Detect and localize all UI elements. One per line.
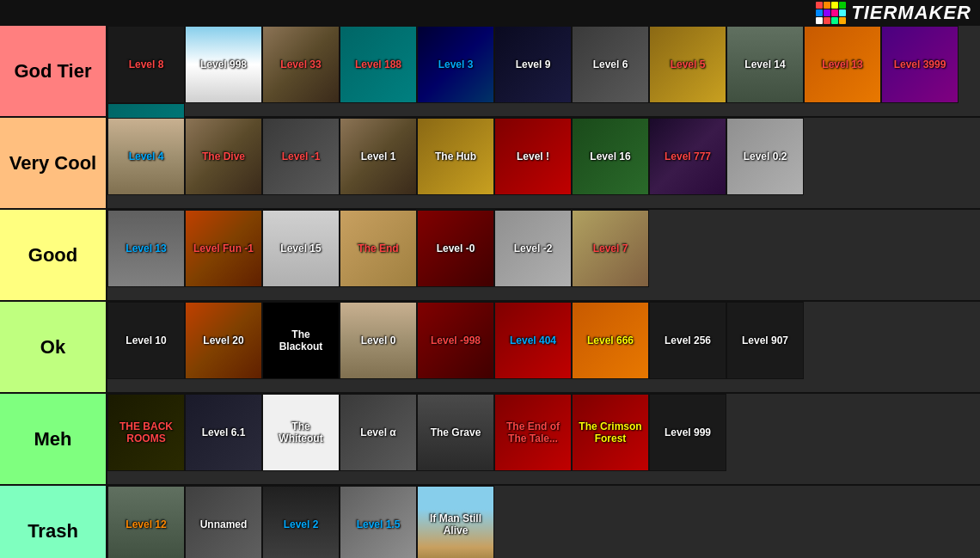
tier-row-good: GoodLevel 13Level Fun -1Level 15The EndL…: [0, 210, 980, 302]
list-item[interactable]: Level 8: [107, 26, 185, 103]
list-item[interactable]: Level 3: [417, 26, 494, 103]
list-item[interactable]: Level 1: [340, 118, 417, 195]
tier-row-god: God TierLevel 8Level 998Level 33Level 18…: [0, 26, 980, 118]
list-item[interactable]: Level 16: [572, 118, 649, 195]
list-item[interactable]: Level 13: [107, 210, 185, 287]
tier-items-trash: Level 12UnnamedLevel 2Level 1.5If Man St…: [107, 486, 980, 558]
list-item[interactable]: Level 404: [494, 302, 572, 379]
tier-row-cool: Very CoolLevel 4The DiveLevel -1Level 1T…: [0, 118, 980, 210]
header: TierMaker: [0, 0, 980, 26]
tier-row-trash: TrashLevel 12UnnamedLevel 2Level 1.5If M…: [0, 486, 980, 558]
list-item[interactable]: Level 188: [340, 26, 417, 103]
list-item[interactable]: Level -0: [417, 210, 494, 287]
list-item[interactable]: The Blackout: [262, 302, 340, 379]
tiers-area: God TierLevel 8Level 998Level 33Level 18…: [0, 26, 980, 558]
list-item[interactable]: Level 5: [649, 26, 726, 103]
tier-label-trash: Trash: [0, 486, 107, 558]
tier-items-meh: THE BACK ROOMSLevel 6.1The WhiteoutLevel…: [107, 394, 980, 484]
list-item[interactable]: Level 256: [649, 302, 726, 379]
list-item[interactable]: Level 14: [726, 26, 804, 103]
list-item[interactable]: Level 15: [262, 210, 340, 287]
list-item[interactable]: Level 9: [494, 26, 572, 103]
list-item[interactable]: Level Fun -1: [185, 210, 262, 287]
list-item[interactable]: Level -998: [417, 302, 494, 379]
list-item[interactable]: Level 998: [185, 26, 262, 103]
list-item[interactable]: Level 6.1: [185, 394, 262, 471]
list-item[interactable]: If Man Still Alive: [417, 486, 494, 558]
tier-label-cool: Very Cool: [0, 118, 107, 208]
list-item[interactable]: Level 777: [649, 118, 726, 195]
list-item[interactable]: Level 7: [572, 210, 649, 287]
tier-items-god: Level 8Level 998Level 33Level 188Level 3…: [107, 26, 980, 116]
list-item[interactable]: Level -1: [262, 118, 340, 195]
tier-row-meh: MehTHE BACK ROOMSLevel 6.1The WhiteoutLe…: [0, 394, 980, 486]
list-item[interactable]: The Grave: [417, 394, 494, 471]
list-item[interactable]: Level 1.5: [340, 486, 417, 558]
tier-row-ok: OkLevel 10Level 20The BlackoutLevel 0Lev…: [0, 302, 980, 394]
list-item[interactable]: The Crimson Forest: [572, 394, 649, 471]
tier-label-ok: Ok: [0, 302, 107, 392]
list-item[interactable]: Level !: [494, 118, 572, 195]
list-item[interactable]: Level 999: [649, 394, 726, 471]
list-item[interactable]: Level 6: [572, 26, 649, 103]
tiermaker-logo: TierMaker: [816, 2, 971, 24]
tier-label-meh: Meh: [0, 394, 107, 484]
list-item[interactable]: The End of The Tale...: [494, 394, 572, 471]
list-item[interactable]: Level 907: [726, 302, 804, 379]
list-item[interactable]: Level 666: [572, 302, 649, 379]
tier-items-ok: Level 10Level 20The BlackoutLevel 0Level…: [107, 302, 980, 392]
list-item[interactable]: The Hub: [417, 118, 494, 195]
list-item[interactable]: Level 20: [185, 302, 262, 379]
list-item[interactable]: Level 10: [107, 302, 185, 379]
list-item[interactable]: Level 4: [107, 118, 185, 195]
logo-text: TierMaker: [851, 2, 971, 24]
list-item[interactable]: Level 0.2: [726, 118, 804, 195]
list-item[interactable]: The Dive: [185, 118, 262, 195]
tier-items-good: Level 13Level Fun -1Level 15The EndLevel…: [107, 210, 980, 300]
list-item[interactable]: Level 3999: [881, 26, 959, 103]
list-item[interactable]: Unnamed: [185, 486, 262, 558]
list-item[interactable]: Level 33: [262, 26, 340, 103]
list-item[interactable]: Level α: [340, 394, 417, 471]
list-item[interactable]: Level 13: [804, 26, 881, 103]
tier-label-good: Good: [0, 210, 107, 300]
tier-label-god: God Tier: [0, 26, 107, 116]
list-item[interactable]: Level 2: [262, 486, 340, 558]
list-item[interactable]: THE BACK ROOMS: [107, 394, 185, 471]
app-container: TierMaker God TierLevel 8Level 998Level …: [0, 0, 980, 558]
list-item[interactable]: Level 0: [340, 302, 417, 379]
tier-items-cool: Level 4The DiveLevel -1Level 1The HubLev…: [107, 118, 980, 208]
list-item[interactable]: Level -2: [494, 210, 572, 287]
list-item[interactable]: The End: [340, 210, 417, 287]
list-item[interactable]: The Whiteout: [262, 394, 340, 471]
logo-grid-icon: [816, 2, 846, 24]
list-item[interactable]: Level 12: [107, 486, 185, 558]
